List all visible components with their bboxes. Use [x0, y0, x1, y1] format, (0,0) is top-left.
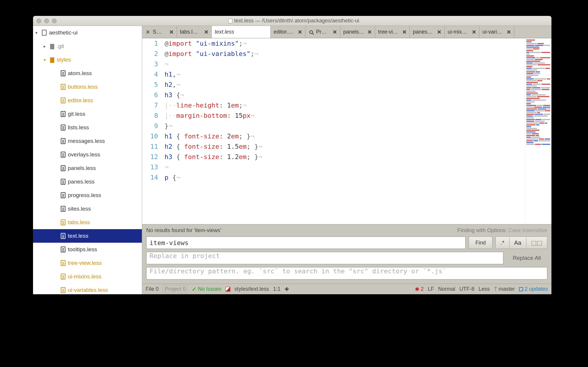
- file-name: progress.less: [68, 192, 101, 199]
- file-name: atom.less: [68, 70, 92, 77]
- find-button[interactable]: Find: [469, 237, 492, 249]
- tree-file-item[interactable]: tooltips.less: [33, 243, 142, 256]
- tab[interactable]: panes…✕: [410, 26, 445, 38]
- package-icon: [519, 287, 523, 291]
- file-name: tabs.less: [68, 219, 90, 226]
- file-icon: [61, 206, 65, 212]
- tab[interactable]: Pr…✕: [306, 26, 340, 38]
- file-name: buttons.less: [68, 84, 98, 90]
- root-label: aesthetic-ui: [49, 29, 78, 36]
- path-filter-input[interactable]: File/directory pattern. eg. `src` to sea…: [146, 267, 547, 280]
- tree-file-item[interactable]: sites.less: [33, 202, 142, 216]
- file-name: lists.less: [68, 124, 89, 131]
- find-and-replace-panel: No results found for 'item-views' Findin…: [142, 224, 551, 284]
- case-toggle[interactable]: Aa: [510, 237, 526, 249]
- file-name: text.less: [68, 233, 88, 239]
- tab[interactable]: ✕S…✕: [142, 26, 177, 38]
- add-selection[interactable]: ✚: [285, 286, 289, 292]
- regex-toggle[interactable]: .*: [495, 237, 509, 249]
- file-issues[interactable]: File 0: [146, 286, 159, 292]
- tree-file-item[interactable]: messages.less: [33, 134, 142, 148]
- whitespace-mode[interactable]: Normal: [438, 286, 455, 292]
- file-icon: [61, 260, 65, 266]
- minimap[interactable]: [525, 38, 551, 224]
- package-updates[interactable]: 2 updates: [519, 286, 548, 292]
- deprecation-indicator[interactable]: [226, 287, 230, 292]
- file-name: overlays.less: [68, 151, 100, 158]
- line-ending[interactable]: LF: [428, 286, 434, 292]
- folder-icon: ▇: [50, 43, 54, 49]
- tab-label: panels…: [343, 29, 365, 35]
- tree-file-item[interactable]: buttons.less: [33, 80, 142, 94]
- close-tab-icon[interactable]: ✕: [367, 29, 372, 35]
- file-icon: [61, 70, 65, 76]
- grammar[interactable]: Less: [479, 286, 490, 292]
- file-name: ui-mixins.less: [68, 273, 101, 280]
- tree-file-item[interactable]: editor.less: [33, 94, 142, 107]
- tree-file-item[interactable]: ui-variables.less: [33, 283, 142, 294]
- tab[interactable]: ui-mix…✕: [445, 26, 479, 38]
- code-area[interactable]: @import "ui-mixins";¬@import "ui-variabl…: [161, 38, 525, 224]
- file-name: panes.less: [68, 178, 95, 185]
- editor-window: text.less — /Users/dtinth/.atom/packages…: [33, 16, 551, 294]
- chevron-down-icon: ▾: [44, 57, 48, 62]
- file-icon: [61, 179, 65, 185]
- tree-file-item[interactable]: text.less: [33, 229, 142, 243]
- close-tab-icon[interactable]: ✕: [507, 29, 511, 35]
- window-title-text: text.less — /Users/dtinth/.atom/packages…: [234, 18, 359, 24]
- styles-folder[interactable]: ▾ ▇ styles: [33, 53, 142, 67]
- minimize-window-button[interactable]: [44, 19, 49, 23]
- repo-icon: [42, 30, 47, 36]
- tree-file-item[interactable]: overlays.less: [33, 148, 142, 161]
- tab[interactable]: ui-vari…✕: [479, 26, 514, 38]
- close-tab-icon[interactable]: ✕: [437, 29, 441, 35]
- file-name: git.less: [68, 111, 85, 117]
- file-name: editor.less: [68, 97, 93, 104]
- tab-label: tabs.l…: [180, 29, 202, 35]
- tree-file-item[interactable]: git.less: [33, 107, 142, 121]
- project-issues[interactable]: Project 0: [163, 285, 188, 293]
- file-icon: [61, 247, 65, 252]
- tab[interactable]: tabs.l…✕: [177, 26, 212, 38]
- tree-file-item[interactable]: panes.less: [33, 175, 142, 189]
- close-tab-icon[interactable]: ✕: [402, 29, 407, 35]
- tree-file-item[interactable]: ui-mixins.less: [33, 270, 142, 283]
- close-tab-icon[interactable]: ✕: [204, 29, 208, 35]
- replace-all-button[interactable]: Replace All: [506, 255, 547, 261]
- tab[interactable]: tree-vi…✕: [375, 26, 410, 38]
- tree-file-item[interactable]: tree-view.less: [33, 256, 142, 270]
- tree-file-item[interactable]: panels.less: [33, 161, 142, 175]
- close-tab-icon[interactable]: ✕: [472, 29, 476, 35]
- whole-word-toggle[interactable]: ⬚⬚: [526, 237, 547, 249]
- linter-status[interactable]: No Issues: [192, 286, 221, 292]
- find-input[interactable]: [146, 237, 466, 249]
- tab[interactable]: text.less: [212, 26, 271, 38]
- project-root[interactable]: ▾ aesthetic-ui: [33, 26, 142, 39]
- tab[interactable]: editor.…✕: [271, 26, 306, 38]
- replace-input[interactable]: Replace in project: [146, 252, 503, 264]
- tab[interactable]: panels…✕: [340, 26, 375, 38]
- file-icon: [61, 165, 65, 171]
- text-editor[interactable]: 1234567891011121314 @import "ui-mixins";…: [142, 38, 551, 224]
- tree-file-item[interactable]: progress.less: [33, 189, 142, 202]
- git-branch[interactable]: master: [494, 286, 515, 292]
- file-icon: [61, 274, 65, 280]
- encoding[interactable]: UTF-8: [459, 286, 474, 292]
- document-icon: [228, 19, 232, 23]
- git-folder[interactable]: ▸ ▇ .git: [33, 39, 142, 53]
- close-tab-icon[interactable]: ✕: [298, 29, 302, 35]
- tree-file-item[interactable]: tabs.less: [33, 216, 142, 229]
- file-name: panels.less: [68, 165, 96, 171]
- tree-file-item[interactable]: lists.less: [33, 121, 142, 134]
- zoom-window-button[interactable]: [52, 19, 57, 23]
- error-count[interactable]: ✱2: [415, 286, 424, 292]
- tree-view[interactable]: ▾ aesthetic-ui ▸ ▇ .git ▾ ▇ styles atom.…: [33, 26, 142, 294]
- close-tab-icon[interactable]: ✕: [333, 29, 337, 35]
- file-name: tooltips.less: [68, 246, 97, 253]
- close-tab-icon[interactable]: ✕: [169, 29, 174, 35]
- cursor-position[interactable]: 1:1: [273, 286, 280, 292]
- close-window-button[interactable]: [37, 19, 41, 23]
- branch-icon: [494, 286, 497, 292]
- tree-file-item[interactable]: atom.less: [33, 67, 142, 80]
- file-path[interactable]: styles/text.less: [234, 286, 269, 292]
